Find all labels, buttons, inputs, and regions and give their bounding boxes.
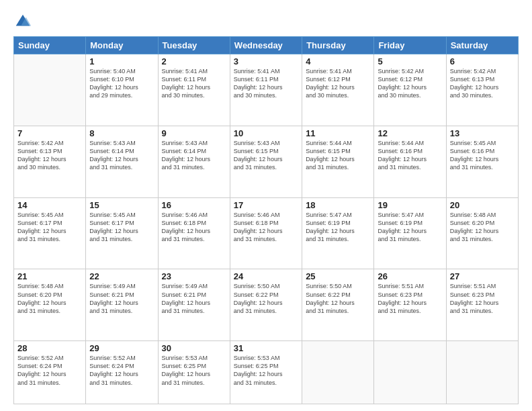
day-info: Sunrise: 5:45 AM Sunset: 6:17 PM Dayligh…: [17, 211, 82, 244]
calendar-cell: 29Sunrise: 5:52 AM Sunset: 6:24 PM Dayli…: [86, 341, 158, 404]
day-number: 7: [17, 128, 82, 138]
page: SundayMondayTuesdayWednesdayThursdayFrid…: [0, 0, 532, 411]
day-info: Sunrise: 5:44 AM Sunset: 6:15 PM Dayligh…: [306, 139, 370, 172]
day-number: 28: [17, 343, 82, 353]
calendar-cell: 4Sunrise: 5:41 AM Sunset: 6:12 PM Daylig…: [302, 54, 374, 126]
calendar-table: SundayMondayTuesdayWednesdayThursdayFrid…: [13, 36, 519, 404]
day-number: 2: [162, 56, 226, 66]
calendar-week-1: 1Sunrise: 5:40 AM Sunset: 6:10 PM Daylig…: [14, 54, 519, 126]
calendar-cell: 19Sunrise: 5:47 AM Sunset: 6:19 PM Dayli…: [374, 197, 446, 269]
calendar-cell: 17Sunrise: 5:46 AM Sunset: 6:18 PM Dayli…: [230, 197, 302, 269]
calendar-cell: 18Sunrise: 5:47 AM Sunset: 6:19 PM Dayli…: [302, 197, 374, 269]
calendar-cell: 16Sunrise: 5:46 AM Sunset: 6:18 PM Dayli…: [158, 197, 230, 269]
calendar-cell: 9Sunrise: 5:43 AM Sunset: 6:14 PM Daylig…: [158, 126, 230, 197]
logo-icon: [13, 12, 32, 31]
day-info: Sunrise: 5:51 AM Sunset: 6:23 PM Dayligh…: [378, 282, 442, 315]
calendar-header-saturday: Saturday: [446, 37, 518, 54]
day-number: 12: [378, 128, 442, 138]
calendar-cell: 13Sunrise: 5:45 AM Sunset: 6:16 PM Dayli…: [446, 126, 518, 197]
calendar-cell: 15Sunrise: 5:45 AM Sunset: 6:17 PM Dayli…: [86, 197, 158, 269]
calendar-cell: 5Sunrise: 5:42 AM Sunset: 6:12 PM Daylig…: [374, 54, 446, 126]
day-info: Sunrise: 5:43 AM Sunset: 6:14 PM Dayligh…: [162, 139, 226, 172]
day-info: Sunrise: 5:46 AM Sunset: 6:18 PM Dayligh…: [234, 211, 298, 244]
day-info: Sunrise: 5:41 AM Sunset: 6:12 PM Dayligh…: [306, 67, 370, 100]
day-info: Sunrise: 5:41 AM Sunset: 6:11 PM Dayligh…: [234, 67, 298, 100]
day-info: Sunrise: 5:49 AM Sunset: 6:21 PM Dayligh…: [162, 282, 226, 315]
calendar-header-friday: Friday: [374, 37, 446, 54]
day-number: 6: [450, 56, 515, 66]
calendar-cell: 30Sunrise: 5:53 AM Sunset: 6:25 PM Dayli…: [158, 341, 230, 404]
day-info: Sunrise: 5:52 AM Sunset: 6:24 PM Dayligh…: [17, 354, 82, 387]
day-info: Sunrise: 5:53 AM Sunset: 6:25 PM Dayligh…: [234, 354, 298, 387]
day-info: Sunrise: 5:52 AM Sunset: 6:24 PM Dayligh…: [89, 354, 154, 387]
day-info: Sunrise: 5:42 AM Sunset: 6:13 PM Dayligh…: [450, 67, 515, 100]
calendar-cell: 27Sunrise: 5:51 AM Sunset: 6:23 PM Dayli…: [446, 269, 518, 341]
day-number: 26: [378, 271, 442, 281]
calendar-cell: 11Sunrise: 5:44 AM Sunset: 6:15 PM Dayli…: [302, 126, 374, 197]
calendar-cell: 2Sunrise: 5:41 AM Sunset: 6:11 PM Daylig…: [158, 54, 230, 126]
day-info: Sunrise: 5:51 AM Sunset: 6:23 PM Dayligh…: [450, 282, 515, 315]
day-number: 21: [17, 271, 82, 281]
day-number: 5: [378, 56, 442, 66]
day-number: 1: [89, 56, 154, 66]
day-info: Sunrise: 5:49 AM Sunset: 6:21 PM Dayligh…: [89, 282, 154, 315]
calendar-cell: [374, 341, 446, 404]
day-info: Sunrise: 5:46 AM Sunset: 6:18 PM Dayligh…: [162, 211, 226, 244]
day-number: 22: [89, 271, 154, 281]
calendar-cell: 23Sunrise: 5:49 AM Sunset: 6:21 PM Dayli…: [158, 269, 230, 341]
calendar-week-4: 21Sunrise: 5:48 AM Sunset: 6:20 PM Dayli…: [14, 269, 519, 341]
day-number: 10: [234, 128, 298, 138]
calendar-cell: 6Sunrise: 5:42 AM Sunset: 6:13 PM Daylig…: [446, 54, 518, 126]
day-number: 15: [89, 200, 154, 210]
calendar-cell: 25Sunrise: 5:50 AM Sunset: 6:22 PM Dayli…: [302, 269, 374, 341]
day-info: Sunrise: 5:53 AM Sunset: 6:25 PM Dayligh…: [162, 354, 226, 387]
calendar-week-3: 14Sunrise: 5:45 AM Sunset: 6:17 PM Dayli…: [14, 197, 519, 269]
calendar-cell: 22Sunrise: 5:49 AM Sunset: 6:21 PM Dayli…: [86, 269, 158, 341]
day-number: 23: [162, 271, 226, 281]
calendar-cell: [14, 54, 86, 126]
calendar-cell: 28Sunrise: 5:52 AM Sunset: 6:24 PM Dayli…: [14, 341, 86, 404]
calendar-header-sunday: Sunday: [14, 37, 86, 54]
day-number: 18: [306, 200, 370, 210]
day-number: 31: [234, 343, 298, 353]
day-info: Sunrise: 5:50 AM Sunset: 6:22 PM Dayligh…: [234, 282, 298, 315]
calendar-cell: [446, 341, 518, 404]
calendar-cell: 10Sunrise: 5:43 AM Sunset: 6:15 PM Dayli…: [230, 126, 302, 197]
day-number: 29: [89, 343, 154, 353]
day-number: 20: [450, 200, 515, 210]
day-info: Sunrise: 5:45 AM Sunset: 6:16 PM Dayligh…: [450, 139, 515, 172]
calendar-cell: 3Sunrise: 5:41 AM Sunset: 6:11 PM Daylig…: [230, 54, 302, 126]
day-info: Sunrise: 5:41 AM Sunset: 6:11 PM Dayligh…: [162, 67, 226, 100]
day-number: 3: [234, 56, 298, 66]
day-number: 24: [234, 271, 298, 281]
logo: [13, 12, 35, 31]
day-number: 25: [306, 271, 370, 281]
day-info: Sunrise: 5:48 AM Sunset: 6:20 PM Dayligh…: [17, 282, 82, 315]
calendar-cell: [302, 341, 374, 404]
calendar-cell: 14Sunrise: 5:45 AM Sunset: 6:17 PM Dayli…: [14, 197, 86, 269]
day-info: Sunrise: 5:47 AM Sunset: 6:19 PM Dayligh…: [306, 211, 370, 244]
calendar-week-5: 28Sunrise: 5:52 AM Sunset: 6:24 PM Dayli…: [14, 341, 519, 404]
calendar-cell: 12Sunrise: 5:44 AM Sunset: 6:16 PM Dayli…: [374, 126, 446, 197]
day-number: 16: [162, 200, 226, 210]
calendar-cell: 31Sunrise: 5:53 AM Sunset: 6:25 PM Dayli…: [230, 341, 302, 404]
header: [13, 12, 519, 31]
day-info: Sunrise: 5:40 AM Sunset: 6:10 PM Dayligh…: [89, 67, 154, 100]
day-info: Sunrise: 5:47 AM Sunset: 6:19 PM Dayligh…: [378, 211, 442, 244]
day-info: Sunrise: 5:48 AM Sunset: 6:20 PM Dayligh…: [450, 211, 515, 244]
day-number: 30: [162, 343, 226, 353]
day-info: Sunrise: 5:43 AM Sunset: 6:14 PM Dayligh…: [89, 139, 154, 172]
day-number: 17: [234, 200, 298, 210]
calendar-cell: 26Sunrise: 5:51 AM Sunset: 6:23 PM Dayli…: [374, 269, 446, 341]
calendar-cell: 24Sunrise: 5:50 AM Sunset: 6:22 PM Dayli…: [230, 269, 302, 341]
calendar-header-wednesday: Wednesday: [230, 37, 302, 54]
calendar-header-row: SundayMondayTuesdayWednesdayThursdayFrid…: [14, 37, 519, 54]
calendar-cell: 7Sunrise: 5:42 AM Sunset: 6:13 PM Daylig…: [14, 126, 86, 197]
day-number: 14: [17, 200, 82, 210]
day-info: Sunrise: 5:43 AM Sunset: 6:15 PM Dayligh…: [234, 139, 298, 172]
calendar-cell: 21Sunrise: 5:48 AM Sunset: 6:20 PM Dayli…: [14, 269, 86, 341]
calendar-header-tuesday: Tuesday: [158, 37, 230, 54]
day-number: 4: [306, 56, 370, 66]
calendar-cell: 20Sunrise: 5:48 AM Sunset: 6:20 PM Dayli…: [446, 197, 518, 269]
day-info: Sunrise: 5:50 AM Sunset: 6:22 PM Dayligh…: [306, 282, 370, 315]
